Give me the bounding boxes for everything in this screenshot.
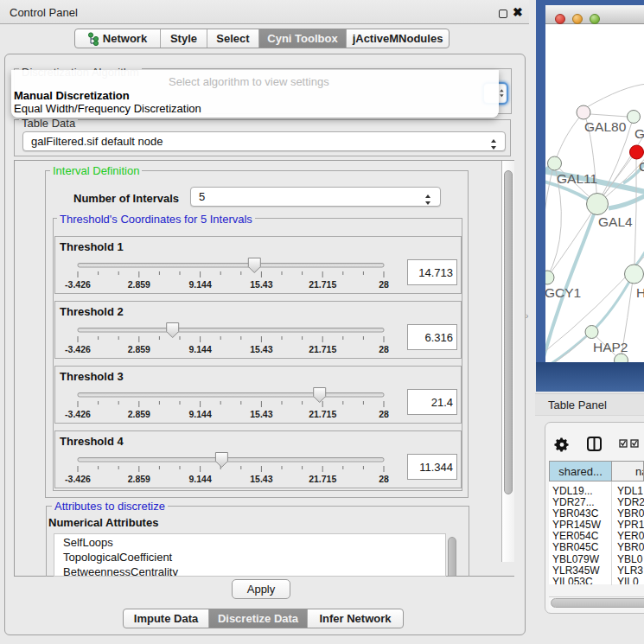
svg-text:GAL11: GAL11 <box>557 171 597 186</box>
svg-text:15.43: 15.43 <box>250 343 272 354</box>
svg-text:H: H <box>636 285 644 300</box>
svg-text:28: 28 <box>379 408 389 418</box>
svg-text:21.715: 21.715 <box>309 343 336 354</box>
svg-text:9.144: 9.144 <box>188 473 211 483</box>
svg-text:2.859: 2.859 <box>128 408 150 418</box>
svg-text:GA: GA <box>634 126 644 141</box>
svg-text:-3.426: -3.426 <box>65 473 91 483</box>
svg-text:GAL4: GAL4 <box>598 214 633 229</box>
svg-text:9.144: 9.144 <box>188 278 211 289</box>
svg-text:-3.426: -3.426 <box>65 343 91 354</box>
svg-text:2.859: 2.859 <box>128 473 150 483</box>
svg-text:GAL80: GAL80 <box>584 119 627 134</box>
svg-text:15.43: 15.43 <box>250 278 272 289</box>
svg-text:GCY1: GCY1 <box>545 285 581 300</box>
svg-text:-3.426: -3.426 <box>65 278 91 289</box>
svg-text:21.715: 21.715 <box>309 408 336 418</box>
svg-text:C: C <box>639 159 644 174</box>
svg-text:28: 28 <box>379 278 389 289</box>
svg-text:15.43: 15.43 <box>250 473 272 483</box>
svg-text:2.859: 2.859 <box>128 278 150 289</box>
svg-text:21.715: 21.715 <box>309 278 336 289</box>
svg-text:9.144: 9.144 <box>188 408 211 418</box>
svg-text:2.859: 2.859 <box>128 343 150 354</box>
svg-text:-3.426: -3.426 <box>65 408 91 418</box>
svg-text:28: 28 <box>379 473 389 483</box>
svg-text:9.144: 9.144 <box>188 343 211 354</box>
svg-text:28: 28 <box>379 343 389 354</box>
svg-text:21.715: 21.715 <box>309 473 336 483</box>
svg-text:15.43: 15.43 <box>250 408 272 418</box>
svg-text:HAP2: HAP2 <box>593 340 628 354</box>
